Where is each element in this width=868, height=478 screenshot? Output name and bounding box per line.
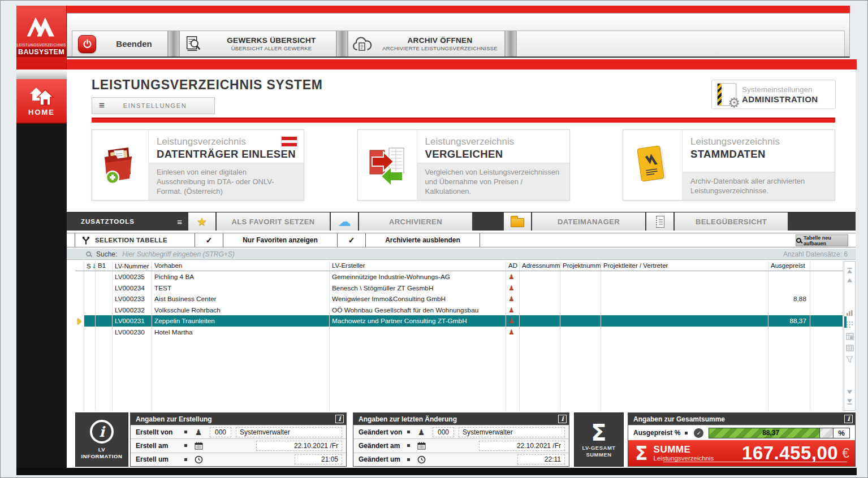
toolbar-empty-area (516, 31, 845, 57)
header-b1[interactable]: B1 (96, 261, 113, 271)
numbers-grid-icon[interactable] (846, 321, 853, 328)
yellow-book-icon (623, 130, 682, 200)
als-favorit-setzen-button[interactable]: ALS FAVORIT SETZEN (217, 212, 330, 231)
beleguebersicht-label: BELEGÜBERSICHT (696, 218, 767, 226)
info-icon: i (90, 420, 114, 444)
cloud-icon: ☁ (338, 214, 351, 229)
table-row[interactable]: LV000235 Pichling 4 BA Gemeinnützige Ind… (75, 271, 843, 283)
header-vorhaben[interactable]: Vorhaben (152, 261, 330, 271)
app-logo: LEISTUNGSVERZEICHNIS BAUSYSTEM (16, 6, 67, 69)
dateimanager-folder-cell[interactable] (504, 212, 531, 231)
percent-box: % (833, 428, 849, 438)
archivierte-ausblenden-toggle[interactable]: Archivierte ausblenden (366, 233, 480, 247)
person-icon: ♟ (418, 428, 425, 436)
geaendert-um-field[interactable]: 22:11 (517, 454, 565, 464)
archivierte-checkbox[interactable]: ✓ (338, 233, 366, 247)
gewerks-uebersicht-button[interactable]: GEWERKS ÜBERSICHT ÜBERSICHT ALLER GEWERK… (179, 31, 336, 57)
person-icon: ♟ (195, 428, 202, 436)
geaendert-von-code-field[interactable]: 000 (433, 427, 454, 437)
calendar-icon (417, 442, 426, 450)
dateimanager-label: DATEIMANAGER (558, 218, 620, 226)
tabelle-neu-aufbauen-button[interactable]: Tabelle neu aufbauen (796, 234, 848, 246)
header-projektnumm[interactable]: Projektnumm (560, 261, 601, 271)
scroll-to-bottom-icon[interactable] (847, 399, 853, 405)
admin-kicker: Systemeinstellungen (742, 85, 818, 94)
header-ad[interactable]: AD (506, 261, 520, 271)
erstellt-am-field[interactable]: 22.10.2021 /Fr (256, 441, 342, 451)
scroll-to-top-icon[interactable] (847, 268, 853, 273)
table-row[interactable]: LV000234 TEST Benesch \ Stögmüller ZT Ge… (75, 283, 843, 294)
archiv-oeffnen-button[interactable]: ARCHIV ÖFFNEN ARCHIVIERTE LEISTUNGSVERZE… (348, 31, 505, 57)
panel-erstellung: Angaben zur Erstellung i Erstellt von ♟ … (130, 412, 347, 467)
search-bar: Suche: Anzahl Datensätze: 6 (67, 249, 856, 260)
chart-icon[interactable] (846, 310, 853, 316)
panel-title: Angaben zur Erstellung (136, 415, 212, 423)
card-stammdaten[interactable]: Leistungsverzeichnis STAMMDATEN Archiv-D… (623, 129, 835, 201)
info-icon[interactable]: i (558, 415, 567, 423)
erstellt-um-field[interactable]: 21:05 (295, 454, 342, 464)
einstellungen-label: EINSTELLUNGEN (111, 102, 214, 109)
home-label: HOME (28, 108, 55, 116)
summe-bar[interactable]: Σ SUMME Leistungsverzeichnis 167.455,00 … (628, 440, 855, 466)
beenden-button[interactable]: Beenden (72, 31, 168, 57)
gear-icon: ⚙ (728, 95, 740, 111)
beleg-notepad-cell[interactable] (646, 212, 673, 231)
header-s[interactable]: S↓ (84, 261, 96, 271)
table-row[interactable]: LV000233 Aist Business Center Wenigwiese… (75, 293, 843, 305)
lv-logo-icon (23, 14, 59, 38)
person-icon: ♟ (508, 273, 515, 281)
header-adressnumm[interactable]: Adressnumm (520, 261, 560, 271)
card-datentraeger-einlesen[interactable]: Leistungsverzeichnis DATENTRÄGER EINLESE… (92, 129, 304, 201)
info-icon[interactable]: i (335, 415, 344, 423)
header-lv-ersteller[interactable]: LV-Ersteller (330, 261, 506, 271)
table-filler (75, 337, 843, 411)
table-icon[interactable] (846, 345, 854, 351)
archivieren-button[interactable]: ARCHIVIEREN (359, 212, 472, 231)
table-row[interactable]: LV000232 Volksschule Rohrbach OÖ Wohnbau… (75, 305, 843, 316)
toolbar-rest (788, 212, 856, 231)
sidebar-home-button[interactable]: HOME (16, 79, 67, 124)
logo-line2: BAUSYSTEM (16, 47, 66, 57)
card-vergleichen[interactable]: Leistungsverzeichnis VERGLEICHEN Verglei… (357, 129, 570, 201)
header-projektleiter[interactable]: Projektleiter / Vertreter (601, 261, 768, 271)
einstellungen-button[interactable]: ≡ EINSTELLUNGEN (92, 97, 215, 114)
info-icon[interactable]: i (844, 415, 853, 423)
bottom-panels: i LV INFORMATION Angaben zur Erstellung … (75, 412, 856, 467)
favorit-star-cell[interactable]: ★ (188, 212, 215, 231)
table-row-selected[interactable]: LV000231 Zeppelin Traunleiten Machowetz … (75, 315, 843, 327)
zusatztools-label: ZUSATZTOOLS (81, 218, 135, 225)
red-divider (92, 118, 835, 123)
zusatztools-menu[interactable]: ZUSATZTOOLS ≡ (75, 212, 187, 231)
bullet (184, 431, 187, 433)
geaendert-von-name-field[interactable]: Systemverwalter (459, 427, 565, 437)
scroll-up-icon[interactable] (847, 278, 853, 283)
erstellt-von-code-field[interactable]: 000 (210, 427, 231, 437)
dateimanager-button[interactable]: DATEIMANAGER (532, 212, 645, 231)
favoriten-checkbox[interactable]: ✓ (195, 233, 223, 247)
scroll-down-icon[interactable] (847, 390, 853, 394)
lv-information-block[interactable]: i LV INFORMATION (75, 412, 128, 467)
table-edit-icon[interactable] (846, 333, 854, 340)
header-ausgepreist[interactable]: Ausgepreist (768, 261, 810, 271)
favorit-label: ALS FAVORIT SETZEN (231, 218, 314, 226)
funnel-icon[interactable] (846, 356, 853, 363)
administration-button[interactable]: ⚙ Systemeinstellungen ADMINISTRATION (711, 80, 836, 109)
ausgepreist-progressbar: 88,37 % (709, 428, 850, 438)
panel-title: Angaben zur Gesamtsumme (633, 415, 725, 423)
geaendert-um-row: Geändert um 22:11 (353, 453, 569, 466)
person-icon: ♟ (508, 306, 515, 314)
table-row[interactable]: LV000230 Hotel Martha ♟ (75, 327, 843, 338)
table-header: S↓ B1 LV-Nummer↓ Vorhaben LV-Ersteller A… (75, 261, 843, 271)
nur-favoriten-toggle[interactable]: Nur Favoriten anzeigen (223, 233, 338, 247)
beleguebersicht-button[interactable]: BELEGÜBERSICHT (675, 212, 788, 231)
lv-gesamt-summen-block[interactable]: Σ LV-GESAMT SUMMEN (574, 412, 624, 467)
archivieren-cloud-cell[interactable]: ☁ (331, 212, 358, 231)
progress-value: 88,37 (709, 428, 832, 438)
erstellt-von-name-field[interactable]: Systemverwalter (236, 427, 342, 437)
geaendert-am-field[interactable]: 22.10.2021 /Fr (479, 441, 565, 451)
card-kicker: Leistungsverzeichnis (157, 136, 296, 147)
nur-favoriten-label: Nur Favoriten anzeigen (243, 236, 318, 244)
header-lv-nummer[interactable]: LV-Nummer↓ (113, 261, 152, 271)
search-input[interactable] (122, 250, 360, 258)
selektion-tabelle-button[interactable]: SELEKTION TABELLE (75, 233, 195, 247)
